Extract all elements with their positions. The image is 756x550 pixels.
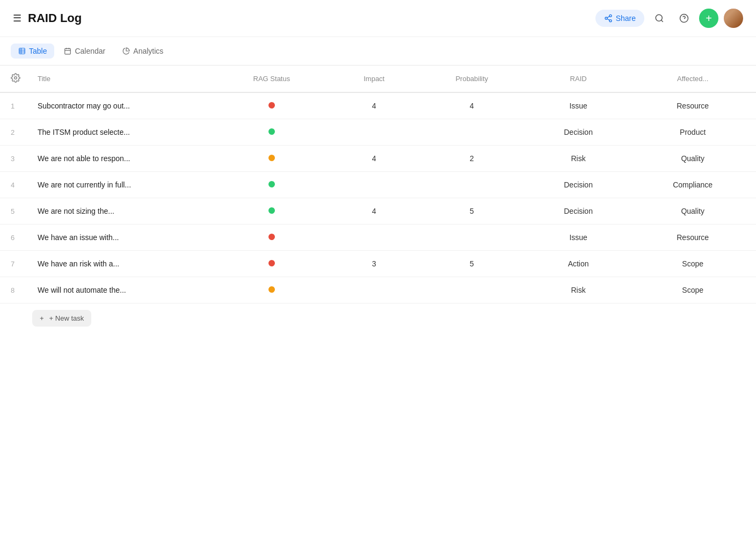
cell-index: 6 bbox=[0, 225, 29, 251]
help-icon bbox=[679, 13, 689, 23]
cell-impact bbox=[332, 225, 417, 251]
share-label: Share bbox=[616, 14, 636, 23]
cell-affected: Quality bbox=[629, 198, 756, 225]
col-header-probability: Probability bbox=[417, 66, 527, 92]
new-task-button[interactable]: + + New task bbox=[32, 310, 91, 327]
table-row[interactable]: 3We are not able to respon...42RiskQuali… bbox=[0, 146, 756, 172]
cell-affected: Resource bbox=[629, 225, 756, 251]
cell-probability: 5 bbox=[417, 251, 527, 277]
cell-rag bbox=[212, 277, 332, 303]
cell-impact: 4 bbox=[332, 92, 417, 119]
col-header-gear[interactable] bbox=[0, 66, 29, 92]
cell-rag bbox=[212, 225, 332, 251]
svg-line-4 bbox=[607, 16, 609, 18]
svg-point-17 bbox=[14, 77, 17, 79]
gear-icon bbox=[11, 73, 20, 83]
cell-affected: Compliance bbox=[629, 172, 756, 198]
tab-table-label: Table bbox=[29, 47, 47, 55]
cell-affected: Quality bbox=[629, 146, 756, 172]
cell-raid: Issue bbox=[527, 225, 630, 251]
cell-rag bbox=[212, 198, 332, 225]
svg-line-3 bbox=[607, 19, 609, 20]
col-header-impact: Impact bbox=[332, 66, 417, 92]
cell-index: 2 bbox=[0, 119, 29, 146]
cell-probability bbox=[417, 225, 527, 251]
cell-title[interactable]: We are not currently in full... bbox=[29, 172, 212, 198]
table-row[interactable]: 8We will not automate the...RiskScope bbox=[0, 277, 756, 303]
svg-point-5 bbox=[656, 15, 662, 21]
col-header-raid: RAID bbox=[527, 66, 630, 92]
help-button[interactable] bbox=[674, 9, 694, 28]
tab-analytics[interactable]: Analytics bbox=[115, 44, 171, 59]
cell-raid: Action bbox=[527, 251, 630, 277]
cell-index: 5 bbox=[0, 198, 29, 225]
cell-index: 8 bbox=[0, 277, 29, 303]
header-left: ☰ RAID Log bbox=[13, 11, 82, 25]
raid-table: Title RAG Status Impact Probability RAID… bbox=[0, 66, 756, 303]
cell-impact: 4 bbox=[332, 146, 417, 172]
cell-rag bbox=[212, 251, 332, 277]
search-icon bbox=[655, 13, 664, 23]
cell-title[interactable]: Subcontractor may go out... bbox=[29, 92, 212, 119]
table-icon bbox=[18, 47, 26, 55]
cell-impact bbox=[332, 277, 417, 303]
tab-table[interactable]: Table bbox=[11, 44, 54, 59]
table-row[interactable]: 5We are not sizing the...45DecisionQuali… bbox=[0, 198, 756, 225]
tab-analytics-label: Analytics bbox=[133, 47, 163, 55]
table-row[interactable]: 4We are not currently in full...Decision… bbox=[0, 172, 756, 198]
cell-index: 7 bbox=[0, 251, 29, 277]
rag-dot-orange bbox=[268, 286, 275, 293]
cell-probability bbox=[417, 119, 527, 146]
table-row[interactable]: 7We have an risk with a...35ActionScope bbox=[0, 251, 756, 277]
avatar[interactable] bbox=[724, 9, 743, 28]
table-header-row: Title RAG Status Impact Probability RAID… bbox=[0, 66, 756, 92]
cell-title[interactable]: We will not automate the... bbox=[29, 277, 212, 303]
cell-title[interactable]: We are not able to respon... bbox=[29, 146, 212, 172]
cell-index: 4 bbox=[0, 172, 29, 198]
cell-raid: Risk bbox=[527, 146, 630, 172]
cell-impact bbox=[332, 119, 417, 146]
cell-probability bbox=[417, 172, 527, 198]
cell-title[interactable]: We are not sizing the... bbox=[29, 198, 212, 225]
header-right: Share + bbox=[595, 9, 743, 28]
table-row[interactable]: 2The ITSM product selecte...DecisionProd… bbox=[0, 119, 756, 146]
cell-raid: Risk bbox=[527, 277, 630, 303]
cell-probability: 4 bbox=[417, 92, 527, 119]
tabs-bar: Table Calendar Analytics bbox=[0, 37, 756, 66]
col-header-title: Title bbox=[29, 66, 212, 92]
cell-impact: 3 bbox=[332, 251, 417, 277]
rag-dot-green bbox=[268, 181, 275, 187]
header: ☰ RAID Log Share + bbox=[0, 0, 756, 37]
cell-title[interactable]: The ITSM product selecte... bbox=[29, 119, 212, 146]
cell-title[interactable]: We have an risk with a... bbox=[29, 251, 212, 277]
svg-point-2 bbox=[609, 20, 612, 22]
calendar-icon bbox=[64, 47, 71, 55]
cell-rag bbox=[212, 172, 332, 198]
cell-rag bbox=[212, 146, 332, 172]
menu-icon[interactable]: ☰ bbox=[13, 12, 21, 24]
tab-calendar-label: Calendar bbox=[75, 47, 105, 55]
search-button[interactable] bbox=[650, 9, 669, 28]
table-row[interactable]: 6We have an issue with...IssueResource bbox=[0, 225, 756, 251]
svg-point-0 bbox=[609, 15, 612, 17]
cell-impact: 4 bbox=[332, 198, 417, 225]
cell-index: 3 bbox=[0, 146, 29, 172]
col-header-affected: Affected... bbox=[629, 66, 756, 92]
cell-index: 1 bbox=[0, 92, 29, 119]
new-task-plus-icon: + bbox=[40, 314, 44, 322]
cell-raid: Issue bbox=[527, 92, 630, 119]
cell-rag bbox=[212, 92, 332, 119]
table-row[interactable]: 1Subcontractor may go out...44IssueResou… bbox=[0, 92, 756, 119]
rag-dot-red bbox=[268, 260, 275, 266]
cell-probability bbox=[417, 277, 527, 303]
cell-probability: 5 bbox=[417, 198, 527, 225]
table-container: Title RAG Status Impact Probability RAID… bbox=[0, 66, 756, 333]
add-button[interactable]: + bbox=[699, 9, 718, 28]
cell-probability: 2 bbox=[417, 146, 527, 172]
cell-title[interactable]: We have an issue with... bbox=[29, 225, 212, 251]
share-button[interactable]: Share bbox=[595, 10, 644, 27]
cell-affected: Product bbox=[629, 119, 756, 146]
svg-line-6 bbox=[661, 20, 663, 21]
cell-raid: Decision bbox=[527, 198, 630, 225]
tab-calendar[interactable]: Calendar bbox=[56, 44, 113, 59]
